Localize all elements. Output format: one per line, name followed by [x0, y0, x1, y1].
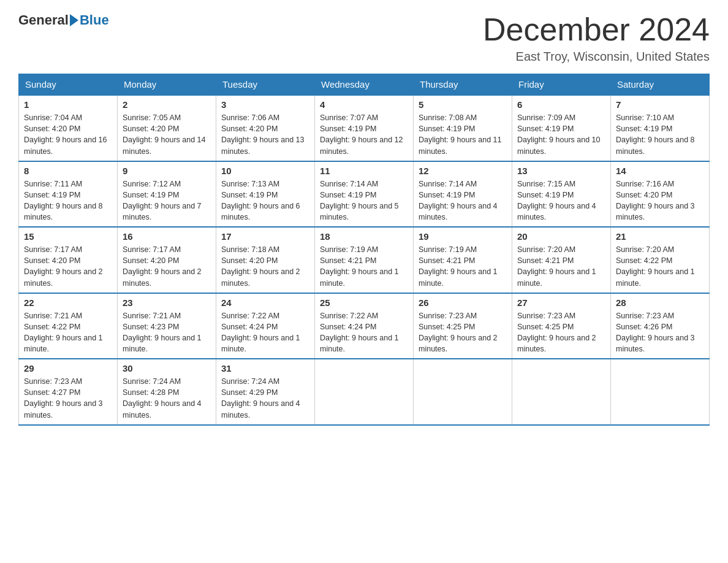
day-cell: 28 Sunrise: 7:23 AM Sunset: 4:26 PM Dayl… [611, 293, 710, 359]
day-cell: 7 Sunrise: 7:10 AM Sunset: 4:19 PM Dayli… [611, 95, 710, 161]
day-cell: 18 Sunrise: 7:19 AM Sunset: 4:21 PM Dayl… [315, 227, 414, 293]
title-area: December 2024 East Troy, Wisconsin, Unit… [483, 12, 710, 64]
day-cell: 26 Sunrise: 7:23 AM Sunset: 4:25 PM Dayl… [414, 293, 512, 359]
day-info: Sunrise: 7:12 AM Sunset: 4:19 PM Dayligh… [123, 178, 211, 223]
day-cell: 27 Sunrise: 7:23 AM Sunset: 4:25 PM Dayl… [512, 293, 611, 359]
header-monday: Monday [118, 74, 216, 96]
day-cell: 12 Sunrise: 7:14 AM Sunset: 4:19 PM Dayl… [414, 161, 512, 228]
day-cell [414, 359, 512, 425]
header-friday: Friday [512, 74, 611, 96]
header-sunday: Sunday [19, 74, 118, 96]
day-info: Sunrise: 7:24 AM Sunset: 4:28 PM Dayligh… [123, 376, 211, 421]
day-cell: 29 Sunrise: 7:23 AM Sunset: 4:27 PM Dayl… [19, 359, 118, 425]
day-number: 21 [616, 231, 704, 242]
day-info: Sunrise: 7:23 AM Sunset: 4:26 PM Dayligh… [616, 310, 704, 355]
day-number: 31 [221, 363, 309, 373]
day-number: 11 [320, 166, 408, 176]
day-info: Sunrise: 7:19 AM Sunset: 4:21 PM Dayligh… [320, 244, 408, 289]
day-cell: 19 Sunrise: 7:19 AM Sunset: 4:21 PM Dayl… [414, 227, 512, 293]
day-info: Sunrise: 7:23 AM Sunset: 4:27 PM Dayligh… [24, 376, 112, 421]
day-cell: 16 Sunrise: 7:17 AM Sunset: 4:20 PM Dayl… [118, 227, 216, 293]
day-info: Sunrise: 7:21 AM Sunset: 4:23 PM Dayligh… [123, 310, 211, 355]
page-header: General Blue December 2024 East Troy, Wi… [18, 12, 710, 64]
day-number: 8 [24, 166, 112, 176]
day-number: 15 [24, 231, 112, 242]
week-row-3: 15 Sunrise: 7:17 AM Sunset: 4:20 PM Dayl… [19, 227, 710, 293]
month-title: December 2024 [483, 12, 710, 47]
day-cell: 17 Sunrise: 7:18 AM Sunset: 4:20 PM Dayl… [216, 227, 315, 293]
day-info: Sunrise: 7:09 AM Sunset: 4:19 PM Dayligh… [517, 112, 605, 157]
day-cell [512, 359, 611, 425]
day-number: 1 [24, 99, 112, 110]
day-info: Sunrise: 7:04 AM Sunset: 4:20 PM Dayligh… [24, 112, 112, 157]
day-number: 30 [123, 363, 211, 373]
day-info: Sunrise: 7:20 AM Sunset: 4:21 PM Dayligh… [517, 244, 605, 289]
day-cell: 5 Sunrise: 7:08 AM Sunset: 4:19 PM Dayli… [414, 95, 512, 161]
day-number: 2 [123, 99, 211, 110]
day-cell: 13 Sunrise: 7:15 AM Sunset: 4:19 PM Dayl… [512, 161, 611, 228]
day-info: Sunrise: 7:11 AM Sunset: 4:19 PM Dayligh… [24, 178, 112, 223]
week-row-5: 29 Sunrise: 7:23 AM Sunset: 4:27 PM Dayl… [19, 359, 710, 425]
day-number: 3 [221, 99, 309, 110]
day-cell: 22 Sunrise: 7:21 AM Sunset: 4:22 PM Dayl… [19, 293, 118, 359]
day-info: Sunrise: 7:17 AM Sunset: 4:20 PM Dayligh… [123, 244, 211, 289]
day-number: 28 [616, 297, 704, 308]
day-cell: 9 Sunrise: 7:12 AM Sunset: 4:19 PM Dayli… [118, 161, 216, 228]
week-row-2: 8 Sunrise: 7:11 AM Sunset: 4:19 PM Dayli… [19, 161, 710, 228]
day-number: 17 [221, 231, 309, 242]
day-info: Sunrise: 7:07 AM Sunset: 4:19 PM Dayligh… [320, 112, 408, 157]
day-number: 20 [517, 231, 605, 242]
week-row-4: 22 Sunrise: 7:21 AM Sunset: 4:22 PM Dayl… [19, 293, 710, 359]
day-info: Sunrise: 7:24 AM Sunset: 4:29 PM Dayligh… [221, 376, 309, 421]
header-wednesday: Wednesday [315, 74, 414, 96]
day-info: Sunrise: 7:23 AM Sunset: 4:25 PM Dayligh… [517, 310, 605, 355]
day-number: 16 [123, 231, 211, 242]
logo-arrow-icon [70, 14, 78, 26]
day-number: 19 [419, 231, 507, 242]
location-subtitle: East Troy, Wisconsin, United States [483, 50, 710, 64]
day-cell: 25 Sunrise: 7:22 AM Sunset: 4:24 PM Dayl… [315, 293, 414, 359]
day-number: 7 [616, 99, 704, 110]
day-cell: 4 Sunrise: 7:07 AM Sunset: 4:19 PM Dayli… [315, 95, 414, 161]
header-saturday: Saturday [611, 74, 710, 96]
day-cell: 15 Sunrise: 7:17 AM Sunset: 4:20 PM Dayl… [19, 227, 118, 293]
calendar-header-row: SundayMondayTuesdayWednesdayThursdayFrid… [19, 74, 710, 96]
day-number: 10 [221, 166, 309, 176]
day-info: Sunrise: 7:16 AM Sunset: 4:20 PM Dayligh… [616, 178, 704, 223]
day-cell: 10 Sunrise: 7:13 AM Sunset: 4:19 PM Dayl… [216, 161, 315, 228]
day-info: Sunrise: 7:22 AM Sunset: 4:24 PM Dayligh… [221, 310, 309, 355]
day-cell: 8 Sunrise: 7:11 AM Sunset: 4:19 PM Dayli… [19, 161, 118, 228]
day-number: 29 [24, 363, 112, 373]
day-info: Sunrise: 7:22 AM Sunset: 4:24 PM Dayligh… [320, 310, 408, 355]
day-number: 4 [320, 99, 408, 110]
logo-blue-text: Blue [80, 12, 109, 28]
day-cell: 11 Sunrise: 7:14 AM Sunset: 4:19 PM Dayl… [315, 161, 414, 228]
day-info: Sunrise: 7:18 AM Sunset: 4:20 PM Dayligh… [221, 244, 309, 289]
day-cell: 6 Sunrise: 7:09 AM Sunset: 4:19 PM Dayli… [512, 95, 611, 161]
day-number: 18 [320, 231, 408, 242]
day-info: Sunrise: 7:23 AM Sunset: 4:25 PM Dayligh… [419, 310, 507, 355]
day-info: Sunrise: 7:10 AM Sunset: 4:19 PM Dayligh… [616, 112, 704, 157]
day-cell: 23 Sunrise: 7:21 AM Sunset: 4:23 PM Dayl… [118, 293, 216, 359]
day-cell: 30 Sunrise: 7:24 AM Sunset: 4:28 PM Dayl… [118, 359, 216, 425]
day-info: Sunrise: 7:13 AM Sunset: 4:19 PM Dayligh… [221, 178, 309, 223]
logo-general-text: General [18, 12, 69, 28]
day-number: 5 [419, 99, 507, 110]
day-info: Sunrise: 7:14 AM Sunset: 4:19 PM Dayligh… [419, 178, 507, 223]
day-number: 14 [616, 166, 704, 176]
day-cell: 2 Sunrise: 7:05 AM Sunset: 4:20 PM Dayli… [118, 95, 216, 161]
day-cell: 14 Sunrise: 7:16 AM Sunset: 4:20 PM Dayl… [611, 161, 710, 228]
week-row-1: 1 Sunrise: 7:04 AM Sunset: 4:20 PM Dayli… [19, 95, 710, 161]
day-info: Sunrise: 7:05 AM Sunset: 4:20 PM Dayligh… [123, 112, 211, 157]
day-cell [611, 359, 710, 425]
day-cell: 20 Sunrise: 7:20 AM Sunset: 4:21 PM Dayl… [512, 227, 611, 293]
day-number: 13 [517, 166, 605, 176]
day-info: Sunrise: 7:08 AM Sunset: 4:19 PM Dayligh… [419, 112, 507, 157]
logo: General Blue [18, 12, 109, 28]
day-info: Sunrise: 7:17 AM Sunset: 4:20 PM Dayligh… [24, 244, 112, 289]
day-number: 9 [123, 166, 211, 176]
day-cell: 21 Sunrise: 7:20 AM Sunset: 4:22 PM Dayl… [611, 227, 710, 293]
day-number: 24 [221, 297, 309, 308]
day-info: Sunrise: 7:06 AM Sunset: 4:20 PM Dayligh… [221, 112, 309, 157]
day-info: Sunrise: 7:19 AM Sunset: 4:21 PM Dayligh… [419, 244, 507, 289]
